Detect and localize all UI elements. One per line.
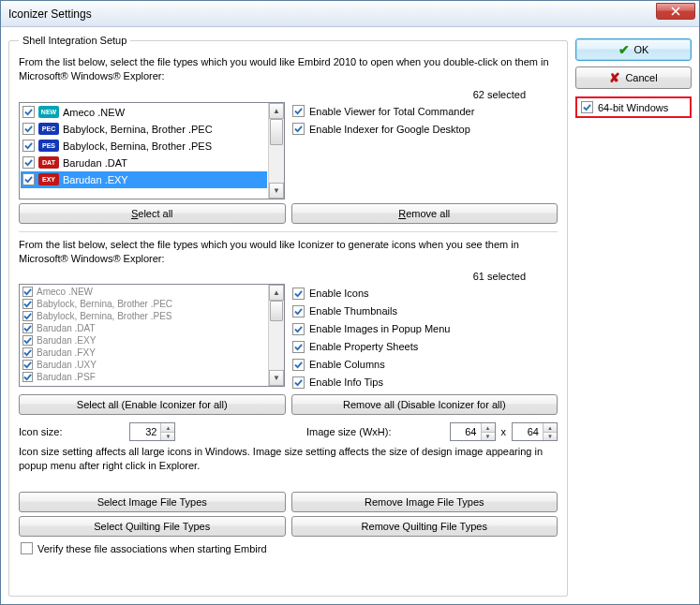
- scrollbar[interactable]: ▲ ▼: [268, 285, 284, 386]
- filetype-list-open[interactable]: NEWAmeco .NEWPECBabylock, Bernina, Broth…: [19, 102, 285, 199]
- list-item[interactable]: Barudan .UXY: [21, 359, 267, 371]
- checkbox-label: Enable Thumbnails: [309, 305, 397, 317]
- list-item[interactable]: Barudan .PSF: [21, 371, 267, 383]
- x-separator: x: [501, 426, 507, 437]
- list-item[interactable]: PESBabylock, Bernina, Brother .PES: [21, 138, 267, 155]
- item-checkbox[interactable]: [22, 335, 33, 346]
- item-checkbox[interactable]: [22, 311, 33, 321]
- item-checkbox[interactable]: [22, 372, 33, 382]
- window-title: Iconizer Settings: [8, 7, 92, 21]
- image-width-spinner[interactable]: ▲▼: [450, 422, 496, 441]
- item-checkbox[interactable]: [22, 156, 35, 169]
- spin-down-icon[interactable]: ▼: [544, 433, 557, 441]
- option-checkbox-row[interactable]: Enable Property Sheets: [292, 338, 450, 355]
- item-checkbox[interactable]: [22, 347, 33, 358]
- remove-all-iconizer-button[interactable]: Remove all (Disable Iconizer for all): [291, 394, 559, 415]
- checkbox[interactable]: [292, 305, 305, 317]
- scroll-up-icon[interactable]: ▲: [269, 103, 284, 119]
- image-height-input[interactable]: [513, 423, 543, 440]
- 64bit-checkbox[interactable]: [581, 101, 593, 113]
- item-checkbox[interactable]: [22, 173, 35, 185]
- scroll-thumb[interactable]: [270, 301, 283, 321]
- desc-filetypes-icons: From the list below, select the file typ…: [19, 238, 558, 266]
- select-image-types-button[interactable]: Select Image File Types: [19, 492, 286, 512]
- icon-size-input[interactable]: [130, 423, 160, 440]
- list-item[interactable]: Barudan .DAT: [21, 322, 267, 334]
- select-all-iconizer-button[interactable]: Select all (Enable Iconizer for all): [19, 394, 286, 415]
- item-label: Barudan .FXY: [37, 347, 96, 359]
- option-checkbox-row[interactable]: Enable Icons: [292, 285, 450, 302]
- item-checkbox[interactable]: [22, 323, 33, 333]
- select-quilting-types-button[interactable]: Select Quilting File Types: [19, 516, 286, 537]
- filetype-list-icons[interactable]: Ameco .NEWBabylock, Bernina, Brother .PE…: [19, 284, 285, 387]
- list-item[interactable]: Ameco .NEW: [21, 286, 267, 298]
- item-checkbox[interactable]: [22, 140, 35, 152]
- checkbox-label: Enable Property Sheets: [309, 341, 418, 352]
- scroll-down-icon[interactable]: ▼: [269, 183, 284, 199]
- spin-down-icon[interactable]: ▼: [482, 433, 495, 441]
- remove-image-types-button[interactable]: Remove Image File Types: [291, 492, 559, 512]
- verify-checkbox[interactable]: [21, 542, 33, 554]
- item-checkbox[interactable]: [22, 360, 33, 370]
- item-checkbox[interactable]: [22, 123, 35, 135]
- ok-button[interactable]: ✔ OK: [575, 38, 692, 61]
- item-label: Ameco .NEW: [63, 107, 125, 118]
- icon-size-label: Icon size:: [19, 426, 62, 437]
- spin-up-icon[interactable]: ▲: [544, 423, 557, 433]
- checkbox-label: Enable Columns: [309, 359, 385, 370]
- list-item[interactable]: Babylock, Bernina, Brother .PES: [21, 310, 267, 322]
- remove-quilting-types-button[interactable]: Remove Quilting File Types: [291, 516, 559, 537]
- option-checkbox-row[interactable]: Enable Thumbnails: [292, 302, 450, 319]
- scroll-thumb[interactable]: [270, 119, 283, 145]
- x-icon: ✘: [609, 70, 620, 85]
- scroll-down-icon[interactable]: ▼: [269, 370, 284, 386]
- option-checkbox-row[interactable]: Enable Indexer for Google Desktop: [292, 121, 474, 138]
- item-checkbox[interactable]: [22, 287, 33, 297]
- item-checkbox[interactable]: [22, 299, 33, 309]
- iconizer-settings-window: Iconizer Settings Shell Integration Setu…: [0, 0, 700, 605]
- icon-size-spinner[interactable]: ▲▼: [129, 422, 175, 441]
- spin-down-icon[interactable]: ▼: [161, 433, 174, 441]
- checkbox[interactable]: [292, 288, 305, 300]
- checkbox[interactable]: [292, 105, 305, 117]
- close-button[interactable]: [656, 3, 695, 20]
- option-checkbox-row[interactable]: Enable Columns: [292, 356, 450, 373]
- image-width-input[interactable]: [451, 423, 481, 440]
- remove-all-button[interactable]: Remove all: [291, 203, 559, 224]
- checkbox[interactable]: [292, 359, 305, 371]
- select-all-button[interactable]: Select all: [19, 203, 286, 224]
- list-item[interactable]: Babylock, Bernina, Brother .PEC: [21, 298, 267, 310]
- size-desc: Icon size setting affects all large icon…: [19, 445, 558, 473]
- option-checkbox-row[interactable]: Enable Info Tips: [292, 374, 450, 391]
- option-checkbox-row[interactable]: Enable Images in Popup Menu: [292, 320, 450, 337]
- filetype-badge-icon: NEW: [38, 106, 59, 118]
- spin-up-icon[interactable]: ▲: [482, 423, 495, 433]
- list-item[interactable]: NEWAmeco .NEW: [21, 104, 267, 121]
- list-item[interactable]: PECBabylock, Bernina, Brother .PEC: [21, 121, 267, 138]
- option-checkbox-row[interactable]: Enable Viewer for Total Commander: [292, 103, 474, 120]
- item-checkbox[interactable]: [22, 106, 35, 118]
- image-height-spinner[interactable]: ▲▼: [512, 422, 558, 441]
- scrollbar[interactable]: ▲ ▼: [268, 103, 284, 199]
- 64bit-label: 64-bit Windows: [598, 102, 668, 113]
- list-item[interactable]: Barudan .FXY: [21, 347, 267, 359]
- item-label: Babylock, Bernina, Brother .PES: [37, 310, 172, 322]
- checkbox[interactable]: [292, 123, 305, 135]
- checkbox[interactable]: [292, 341, 305, 353]
- 64bit-windows-highlight: 64-bit Windows: [575, 96, 692, 118]
- checkbox[interactable]: [292, 323, 305, 335]
- item-label: Barudan .PSF: [37, 371, 96, 383]
- cancel-button[interactable]: ✘ Cancel: [575, 66, 692, 89]
- list-item[interactable]: DATBarudan .DAT: [21, 155, 267, 171]
- spin-up-icon[interactable]: ▲: [161, 423, 174, 433]
- filetype-badge-icon: EXY: [38, 173, 59, 185]
- desc-filetypes-open: From the list below, select the file typ…: [19, 55, 558, 83]
- item-label: Barudan .DAT: [37, 322, 96, 334]
- list-item[interactable]: Barudan .EXY: [21, 334, 267, 347]
- checkbox[interactable]: [292, 376, 305, 389]
- scroll-up-icon[interactable]: ▲: [269, 285, 284, 301]
- list-item[interactable]: EXYBarudan .EXY: [21, 171, 267, 188]
- item-label: Barudan .EXY: [37, 334, 96, 347]
- item-label: Babylock, Bernina, Brother .PEC: [37, 298, 172, 310]
- group-legend: Shell Integration Setup: [19, 35, 130, 46]
